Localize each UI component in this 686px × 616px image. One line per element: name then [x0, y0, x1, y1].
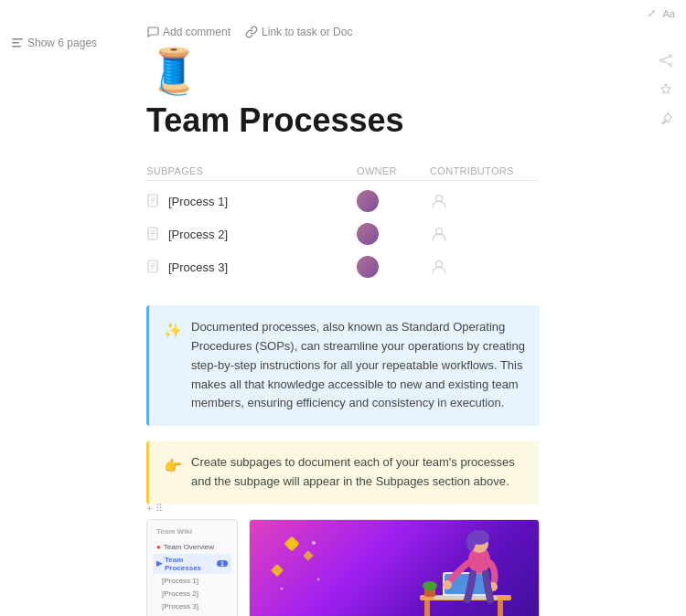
svg-point-3 — [670, 55, 672, 58]
add-block-button[interactable]: + ⠿ — [146, 503, 163, 515]
yellow-box-text: Create subpages to document each of your… — [191, 453, 525, 492]
star-icon[interactable] — [657, 80, 675, 99]
table-row[interactable]: [Process 2] — [146, 218, 540, 250]
row2-name-cell: [Process 2] — [146, 227, 357, 241]
col-owner: Owner — [357, 165, 430, 176]
avatar-img-1 — [357, 190, 379, 212]
preview-sidebar-processes: ▶ Team Processes 1 — [153, 554, 231, 574]
text-size-button[interactable]: Aa — [663, 8, 675, 19]
row3-name-cell: [Process 3] — [146, 260, 357, 274]
svg-point-28 — [317, 578, 320, 580]
preview-sidebar-p3: [Process 3] — [153, 600, 231, 612]
svg-point-26 — [312, 541, 316, 545]
col-contributors: Contributors — [430, 165, 540, 176]
row1-name-cell: [Process 1] — [146, 194, 357, 208]
svg-point-27 — [281, 587, 284, 589]
page-title: Team Processes — [146, 101, 540, 140]
row3-contributor-cell — [430, 258, 540, 276]
row2-name: [Process 2] — [168, 228, 228, 241]
table-header: Subpages Owner Contributors — [146, 162, 540, 181]
table-row[interactable]: [Process 3] — [146, 250, 540, 283]
svg-rect-23 — [284, 536, 300, 551]
row2-contributor-cell — [430, 225, 540, 243]
hero-person-illustration — [411, 522, 520, 616]
preview-main: 🧵 Team Processes Subpages Owner Contribu… — [249, 519, 540, 616]
sidebar-icon — [11, 37, 24, 49]
svg-rect-31 — [498, 600, 503, 616]
preview-hero — [250, 520, 539, 616]
yellow-box-icon: 👉 — [164, 454, 182, 478]
link-task-button[interactable]: Link to task or Doc — [245, 26, 352, 38]
row3-name: [Process 3] — [168, 260, 228, 274]
hero-decoration — [268, 534, 323, 607]
svg-rect-30 — [424, 600, 430, 616]
info-box-blue: ✨ Documented processes, also known as St… — [146, 305, 540, 426]
table-row[interactable]: [Process 1] — [146, 185, 540, 218]
svg-line-6 — [662, 57, 669, 60]
owner-avatar-3 — [357, 256, 379, 278]
row1-name: [Process 1] — [168, 195, 228, 208]
preview-sidebar-p2: [Process 2] — [153, 588, 231, 600]
preview-sidebar-overview: ● Team Overview — [153, 541, 231, 553]
main-content: Add comment Link to task or Doc 🧵 Team P… — [0, 0, 686, 616]
action-bar: Add comment Link to task or Doc — [146, 26, 540, 38]
link-task-label: Link to task or Doc — [262, 26, 352, 38]
row2-owner-cell — [357, 223, 430, 245]
blue-box-icon: ✨ — [164, 319, 182, 343]
link-icon — [245, 26, 258, 38]
doc-icon — [146, 194, 161, 208]
preview-container: + ⠿ Team Wiki ● Team Overview ▶ Team Pro… — [146, 519, 540, 616]
row1-contributor-cell — [430, 192, 540, 210]
svg-point-4 — [660, 59, 663, 62]
svg-rect-24 — [271, 564, 284, 577]
blue-box-text: Documented processes, also known as Stan… — [191, 318, 525, 413]
comment-icon — [146, 26, 159, 38]
contributor-icon-2 — [430, 225, 448, 243]
svg-rect-25 — [303, 550, 313, 560]
add-comment-label: Add comment — [163, 26, 230, 38]
row3-owner-cell — [357, 256, 430, 278]
add-comment-button[interactable]: Add comment — [146, 26, 230, 38]
page-icon: 🧵 — [146, 49, 540, 93]
info-box-yellow: 👉 Create subpages to document each of yo… — [146, 441, 540, 504]
share-icon[interactable] — [657, 51, 675, 69]
svg-line-7 — [662, 61, 669, 65]
row1-owner-cell — [357, 190, 430, 212]
svg-rect-1 — [12, 42, 19, 44]
contributor-icon-1 — [430, 192, 448, 210]
owner-avatar-1 — [357, 190, 379, 212]
subpages-table: Subpages Owner Contributors [Process 1] — [146, 162, 540, 283]
preview-sidebar-p1: [Process 1] — [153, 575, 231, 587]
svg-point-5 — [670, 64, 672, 67]
expand-button[interactable]: ⤢ — [648, 7, 656, 19]
avatar-img-2 — [357, 223, 379, 245]
sidebar-toggle[interactable]: Show 6 pages — [11, 37, 97, 49]
preview-sidebar: Team Wiki ● Team Overview ▶ Team Process… — [146, 519, 238, 616]
doc-icon — [146, 227, 161, 241]
svg-point-36 — [423, 581, 437, 590]
doc-icon — [146, 260, 161, 274]
top-right-controls: ⤢ Aa — [648, 7, 675, 19]
svg-point-41 — [443, 580, 452, 589]
contributor-icon-3 — [430, 258, 448, 276]
preview-sidebar-header: Team Wiki — [153, 526, 231, 537]
col-subpages: Subpages — [146, 165, 357, 176]
svg-point-40 — [466, 533, 476, 551]
right-toolbar — [657, 51, 675, 128]
owner-avatar-2 — [357, 223, 379, 245]
sidebar-toggle-label: Show 6 pages — [27, 37, 97, 49]
svg-rect-0 — [12, 38, 23, 40]
avatar-img-3 — [357, 256, 379, 278]
svg-rect-2 — [12, 46, 21, 48]
pin-icon[interactable] — [657, 110, 675, 128]
